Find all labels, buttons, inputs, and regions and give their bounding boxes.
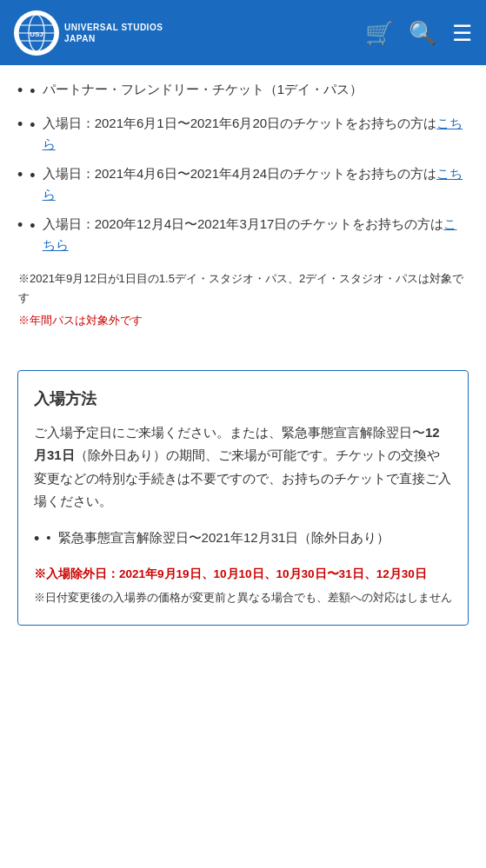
usj-logo-svg: USJ [17,14,56,52]
info-box-list: • 緊急事態宣言解除翌日〜2021年12月31日（除外日あり） [34,527,452,553]
search-icon[interactable]: 🔍 [409,22,436,44]
ticket-item-2-text: 入場日：2021年6月1日〜2021年6月20日のチケットをお持ちの方はこちら [43,113,469,155]
note-1: ※2021年9月12日が1日目の1.5デイ・スタジオ・パス、2デイ・スタジオ・パ… [17,269,469,308]
brand-name: UNIVERSAL STUDIOS JAPAN [64,22,163,44]
bullet-marker: • [30,214,35,239]
info-box-title: 入場方法 [34,388,452,409]
ticket-item-3-text: 入場日：2021年4月6日〜2021年4月24日のチケットをお持ちの方はこちら [43,163,469,205]
ticket-item-4-text: 入場日：2020年12月4日〜2021年3月17日のチケットをお持ちの方はこちら [43,214,469,255]
bullet-marker: • [30,163,35,189]
info-box: 入場方法 ご入場予定日にご来場ください。または、緊急事態宣言解除翌日〜12月31… [17,370,469,626]
list-item: • 入場日：2020年12月4日〜2021年3月17日のチケットをお持ちの方はこ… [17,214,469,255]
bullet-marker: • [30,113,35,138]
info-list-item: • 緊急事態宣言解除翌日〜2021年12月31日（除外日あり） [34,527,452,553]
info-box-body: ご入場予定日にご来場ください。または、緊急事態宣言解除翌日〜12月31日（除外日… [34,421,452,513]
bullet-marker: • [30,79,35,104]
main-content: • パートナー・フレンドリー・チケット（1デイ・パス） • 入場日：2021年6… [0,65,486,646]
note-2: ※年間パスは対象外です [17,311,469,330]
svg-text:USJ: USJ [30,30,43,38]
list-item: • 入場日：2021年4月6日〜2021年4月24日のチケットをお持ちの方はこち… [17,163,469,205]
body-part2: （除外日あり）の期間、ご来場が可能です。チケットの交換や変更などの特別な手続きは… [34,447,451,508]
list-item: • 入場日：2021年6月1日〜2021年6月20日のチケットをお持ちの方はこち… [17,113,469,155]
body-part1: ご入場予定日にご来場ください。または、緊急事態宣言解除翌日〜 [34,425,425,440]
note-red-bold: ※入場除外日：2021年9月19日、10月10日、10月30日〜31日、12月3… [34,565,452,585]
ticket-bullet-list: • パートナー・フレンドリー・チケット（1デイ・パス） • 入場日：2021年6… [17,79,469,255]
logo-circle: USJ [14,10,59,56]
menu-icon[interactable]: ☰ [452,22,472,44]
list-item: • パートナー・フレンドリー・チケット（1デイ・パス） [17,79,469,104]
cart-icon[interactable]: 🛒 [365,22,393,44]
header-icons: 🛒 🔍 ☰ [365,22,472,44]
header: USJ UNIVERSAL STUDIOS JAPAN 🛒 🔍 ☰ [0,0,486,65]
spacer [17,344,469,370]
note-small: ※日付変更後の入場券の価格が変更前と異なる場合でも、差額への対応はしません [34,588,452,607]
ticket-item-1: パートナー・フレンドリー・チケット（1デイ・パス） [43,79,363,100]
logo-area: USJ UNIVERSAL STUDIOS JAPAN [14,10,163,56]
bullet-marker: • [46,527,50,549]
